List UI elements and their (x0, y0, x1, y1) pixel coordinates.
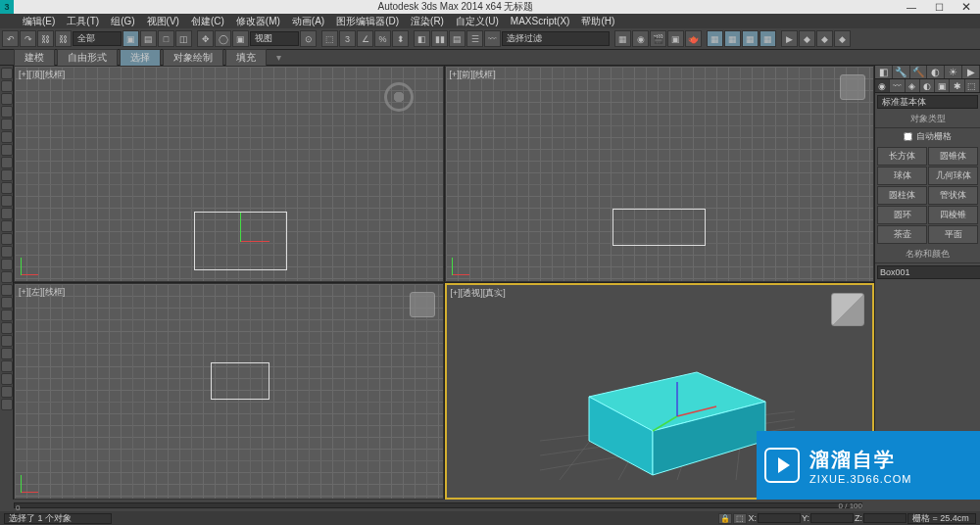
coord-select[interactable]: 视图 (250, 31, 299, 46)
panel-motion-button[interactable]: ▶ (962, 66, 980, 78)
lt-btn[interactable] (1, 271, 13, 283)
viewport-front[interactable]: [+][前][线框] (445, 66, 875, 282)
mirror-button[interactable]: ▮▮ (431, 30, 448, 47)
lt-btn[interactable] (1, 182, 13, 194)
menu-view[interactable]: 视图(V) (142, 15, 184, 28)
extra2-button[interactable]: ◆ (816, 30, 833, 47)
snap3d-button[interactable]: 3 (339, 30, 356, 47)
align-button[interactable]: ▤ (449, 30, 466, 47)
prim-sphere[interactable]: 球体 (877, 167, 927, 185)
lt-btn[interactable] (1, 157, 13, 168)
app-icon[interactable]: 3 (0, 0, 14, 14)
prim-tube[interactable]: 管状体 (928, 186, 978, 205)
y-input[interactable] (810, 513, 854, 523)
viewcube-icon[interactable] (840, 74, 865, 100)
steering-wheel-icon[interactable] (384, 82, 414, 112)
viewport-label[interactable]: [+][透视][真实] (451, 287, 506, 300)
schematic-button[interactable]: ▦ (614, 30, 631, 47)
undo-button[interactable]: ↶ (2, 30, 19, 47)
menu-tools[interactable]: 工具(T) (62, 15, 104, 28)
vp2-button[interactable]: ▦ (724, 30, 741, 47)
lt-btn[interactable] (1, 322, 13, 334)
autogrid-checkbox[interactable] (904, 132, 912, 141)
timeline[interactable]: 0 0 / 100 (0, 500, 980, 511)
prim-cylinder[interactable]: 圆柱体 (877, 186, 927, 205)
lt-btn[interactable] (1, 208, 13, 219)
lt-btn[interactable] (1, 220, 13, 232)
lt-btn[interactable] (1, 131, 13, 143)
lt-btn[interactable] (1, 386, 13, 398)
panel-more-button[interactable]: ◐ (927, 66, 945, 78)
menu-group[interactable]: 组(G) (106, 15, 139, 28)
named-sel-button[interactable]: ◧ (414, 30, 430, 47)
object-name-input[interactable] (877, 265, 980, 279)
lt-btn[interactable] (1, 360, 13, 372)
lt-btn[interactable] (1, 169, 13, 181)
scale-button[interactable]: ▣ (232, 30, 249, 47)
selectlock-button[interactable]: ⬚ (321, 30, 338, 47)
rendered-frame-button[interactable]: ▣ (667, 30, 684, 47)
prim-teapot[interactable]: 茶壶 (877, 225, 927, 244)
filter-select[interactable]: 全部 (73, 31, 122, 46)
select-rect-button[interactable]: □ (158, 30, 174, 47)
maximize-button[interactable]: ☐ (925, 0, 953, 14)
ribbon-collapse-icon[interactable]: ▾ (276, 52, 281, 63)
panel-util-button[interactable]: 🔧 (893, 66, 910, 78)
menu-animation[interactable]: 动画(A) (287, 15, 329, 28)
ram-player-button[interactable]: ▶ (781, 30, 798, 47)
lt-btn[interactable] (1, 310, 13, 321)
tab-modify[interactable]: 〰 (890, 79, 905, 92)
lt-btn[interactable] (1, 119, 13, 130)
prim-torus[interactable]: 圆环 (877, 206, 927, 224)
tab-utilities[interactable]: ✱ (950, 79, 964, 92)
lt-btn[interactable] (1, 68, 13, 79)
lt-btn[interactable] (1, 246, 13, 258)
viewport-label[interactable]: [+][前][线框] (450, 69, 496, 81)
menu-modifiers[interactable]: 修改器(M) (231, 15, 285, 28)
lt-btn[interactable] (1, 284, 13, 296)
rollout-objecttype[interactable]: 对象类型 (875, 111, 980, 128)
unlink-button[interactable]: ⛓ (55, 30, 72, 47)
panel-light-button[interactable]: ☀ (945, 66, 962, 78)
x-input[interactable] (758, 513, 801, 523)
link-button[interactable]: ⛓ (37, 30, 54, 47)
panel-display-button[interactable]: ◧ (875, 66, 893, 78)
viewport-left[interactable]: [+][左][线框] (14, 283, 444, 500)
window-crossing-button[interactable]: ◫ (175, 30, 192, 47)
angle-snap-button[interactable]: ∠ (357, 30, 373, 47)
minimize-button[interactable]: — (898, 0, 925, 14)
tab-motion[interactable]: ◐ (920, 79, 935, 92)
layers-button[interactable]: ☰ (466, 30, 483, 47)
viewcube-icon[interactable] (410, 292, 435, 317)
spinner-snap-button[interactable]: ⬍ (392, 30, 409, 47)
lt-btn[interactable] (1, 399, 13, 410)
lt-btn[interactable] (1, 106, 13, 118)
ribbon-tab-freeform[interactable]: 自由形式 (57, 49, 118, 67)
lt-btn[interactable] (1, 233, 13, 245)
curveeditor-button[interactable]: 〰 (484, 30, 501, 47)
menu-help[interactable]: 帮助(H) (576, 15, 619, 28)
tab-create[interactable]: ◉ (875, 79, 890, 92)
lock-button[interactable]: 🔒 (718, 513, 732, 524)
move-button[interactable]: ✥ (197, 30, 214, 47)
menu-maxscript[interactable]: MAXScript(X) (506, 16, 575, 26)
lt-btn[interactable] (1, 80, 13, 92)
menu-customize[interactable]: 自定义(U) (451, 15, 504, 28)
z-input[interactable] (863, 513, 906, 523)
tab-display[interactable]: ▣ (935, 79, 950, 92)
extra3-button[interactable]: ◆ (834, 30, 851, 47)
lt-btn[interactable] (1, 297, 13, 309)
select-button[interactable]: ▣ (122, 30, 139, 47)
menu-edit[interactable]: 编辑(E) (18, 15, 60, 28)
select-name-button[interactable]: ▤ (140, 30, 157, 47)
render-setup-button[interactable]: 🎬 (650, 30, 666, 47)
close-button[interactable]: ✕ (953, 0, 980, 14)
abs-button[interactable]: ⬚ (733, 513, 747, 524)
percent-snap-button[interactable]: % (374, 30, 391, 47)
vp4-button[interactable]: ▦ (760, 30, 776, 47)
extra1-button[interactable]: ◆ (799, 30, 815, 47)
lt-btn[interactable] (1, 93, 13, 105)
lt-btn[interactable] (1, 259, 13, 270)
prim-cone[interactable]: 圆锥体 (928, 147, 978, 166)
lt-btn[interactable] (1, 348, 13, 359)
